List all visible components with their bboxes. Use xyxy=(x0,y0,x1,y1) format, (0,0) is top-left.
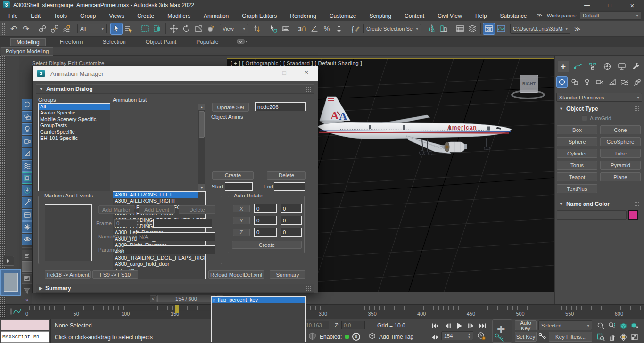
minimize-button[interactable]: — xyxy=(577,0,597,10)
set-key-button[interactable]: Set Key xyxy=(515,332,537,342)
object-name-field[interactable] xyxy=(557,210,627,220)
animation-list-scrollbar[interactable]: ▲ ▼ xyxy=(198,104,205,191)
mirror-icon[interactable] xyxy=(425,23,438,35)
menu-item[interactable]: Rendering xyxy=(283,13,322,19)
degradation-shield-icon[interactable] xyxy=(308,332,316,342)
zoom-region-icon[interactable] xyxy=(595,331,606,343)
menu-item[interactable]: Civil View xyxy=(431,13,469,19)
select-by-name-icon[interactable] xyxy=(123,23,135,35)
enabled-count-badge[interactable]: 0 xyxy=(352,333,360,341)
object-type-button[interactable]: Pyramid xyxy=(600,161,641,170)
auto-key-button[interactable]: Auto Key xyxy=(515,320,537,330)
zoom-icon[interactable] xyxy=(595,320,606,331)
object-anims-item[interactable]: r_flap_percent_key xyxy=(212,297,305,303)
undo-icon[interactable]: ↶ xyxy=(8,23,20,35)
object-type-button[interactable]: Tube xyxy=(600,149,641,158)
groups-list-item[interactable]: EH-101 Specific xyxy=(39,135,110,141)
next-frame-button[interactable] xyxy=(466,320,476,331)
filter-containers-icon[interactable] xyxy=(22,209,33,220)
z-value-field-1[interactable]: 0 xyxy=(254,228,277,237)
create-tab-icon[interactable]: + xyxy=(558,61,569,72)
x-value-field-2[interactable]: 0 xyxy=(281,204,302,213)
maximize-button[interactable]: □ xyxy=(600,0,619,10)
time-marker[interactable] xyxy=(175,305,179,313)
ribbon-tab-freeform[interactable]: Freeform xyxy=(54,38,89,46)
display-tab-icon[interactable] xyxy=(616,61,627,72)
groups-list-item[interactable]: All xyxy=(39,104,110,110)
filter-funnel-icon[interactable] xyxy=(22,286,32,296)
filter-xrefs-icon[interactable] xyxy=(22,185,33,196)
groups-list-item[interactable]: GroupTests xyxy=(39,122,110,129)
current-frame-spinner[interactable]: 154 ▲▼ xyxy=(441,331,473,340)
animation-manager-dialog[interactable]: 3 Animation Manager — □ × ▼ Animation Di… xyxy=(32,66,318,293)
redo-icon[interactable]: ↷ xyxy=(20,23,32,35)
ribbon-minimize-icon[interactable] xyxy=(237,39,247,46)
maxscript-listener-pink[interactable] xyxy=(1,320,49,330)
go-to-end-button[interactable] xyxy=(477,320,487,331)
name-command-field[interactable]: N/A xyxy=(137,232,215,241)
menu-item[interactable]: Create xyxy=(131,13,161,19)
object-type-button[interactable]: TextPlus xyxy=(557,184,597,193)
polygon-modeling-panel[interactable]: Polygon Modeling xyxy=(1,47,53,56)
viewcube-face-right[interactable]: RIGHT xyxy=(520,75,538,93)
close-button[interactable]: × xyxy=(622,0,642,10)
time-configuration-icon[interactable] xyxy=(477,332,486,342)
menu-item[interactable]: Substance xyxy=(494,13,534,19)
menu-item[interactable]: Views xyxy=(102,13,131,19)
dialog-title-bar[interactable]: 3 Animation Manager — □ × xyxy=(33,66,318,81)
select-scale-icon[interactable] xyxy=(192,23,205,35)
axis-x-button[interactable]: X xyxy=(233,205,250,212)
x-value-field-1[interactable]: 0 xyxy=(254,204,277,213)
groups-list[interactable]: AllAvatar SpecificMobile Scenery Specifi… xyxy=(38,103,110,191)
menu-overflow-icon[interactable]: ≫ xyxy=(537,12,543,18)
hierarchy-tab-icon[interactable] xyxy=(587,61,598,72)
helpers-category-icon[interactable] xyxy=(607,76,618,88)
scroll-up-button[interactable]: ▲ xyxy=(198,104,205,110)
menu-item[interactable]: Tools xyxy=(47,13,74,19)
filter-spacewarps-icon[interactable] xyxy=(22,160,33,172)
filter-shapes-icon[interactable] xyxy=(22,111,33,122)
start-field[interactable] xyxy=(225,182,253,191)
menu-item[interactable]: Customize xyxy=(323,13,363,19)
name-color-grip-icon[interactable] xyxy=(634,201,639,206)
toolbar-grip[interactable] xyxy=(1,22,6,35)
explorer-blank-icon[interactable] xyxy=(22,261,32,272)
play-button[interactable] xyxy=(454,320,465,331)
layer-explorer-toggle-icon[interactable] xyxy=(466,23,479,35)
explorer-overflow[interactable]: » xyxy=(22,297,32,302)
filter-bones-icon[interactable] xyxy=(22,197,33,208)
add-time-tag-label[interactable]: Add Time Tag xyxy=(379,334,413,340)
node-field[interactable]: node206 xyxy=(255,102,306,111)
expand-arrow-button[interactable] xyxy=(3,256,14,266)
time-tag-icon[interactable] xyxy=(369,333,376,341)
curve-editor-icon[interactable] xyxy=(495,23,507,35)
reference-coordinate-dropdown[interactable]: View xyxy=(220,24,248,33)
object-type-button[interactable]: Sphere xyxy=(557,137,597,146)
scene-explorer-toggle-icon[interactable] xyxy=(454,23,466,35)
groups-list-item[interactable]: Mobile Scenery Specific xyxy=(39,116,110,122)
time-slider-handle[interactable]: 154 / 600 xyxy=(157,295,215,302)
menu-item[interactable]: Modifiers xyxy=(161,13,197,19)
category-dropdown[interactable]: Standard Primitives xyxy=(556,93,642,102)
summary-button[interactable]: Summary xyxy=(270,270,305,279)
use-pivot-center-icon[interactable] xyxy=(251,23,263,35)
z-value-field-2[interactable]: 0 xyxy=(281,228,302,237)
filter-geometry-icon[interactable] xyxy=(22,99,33,110)
color-swatch[interactable] xyxy=(628,210,638,220)
filter-groups-icon[interactable] xyxy=(22,172,33,184)
add-event-button[interactable]: Add Event xyxy=(139,205,175,214)
tick18-ambient-button[interactable]: Tick18 -> Ambient xyxy=(45,270,91,279)
dialog-minimize-button[interactable]: — xyxy=(260,69,266,76)
object-type-grip-icon[interactable] xyxy=(634,106,639,111)
fs9-fs10-button[interactable]: FS9 -> FS10 xyxy=(92,270,138,279)
selection-filter-dropdown[interactable]: All xyxy=(77,24,107,33)
window-crossing-icon[interactable] xyxy=(151,23,164,35)
spinner-snap-icon[interactable] xyxy=(333,23,345,35)
rectangular-selection-icon[interactable] xyxy=(139,23,151,35)
zoom-extents-icon[interactable] xyxy=(618,320,629,331)
select-rotate-icon[interactable] xyxy=(180,23,192,35)
toolbar-overflow-icon[interactable]: ≫ xyxy=(574,25,581,33)
object-type-button[interactable]: Box xyxy=(557,125,597,134)
key-filters-button[interactable]: Key Filters... xyxy=(549,332,592,342)
filter-visibility-icon[interactable] xyxy=(22,234,33,245)
